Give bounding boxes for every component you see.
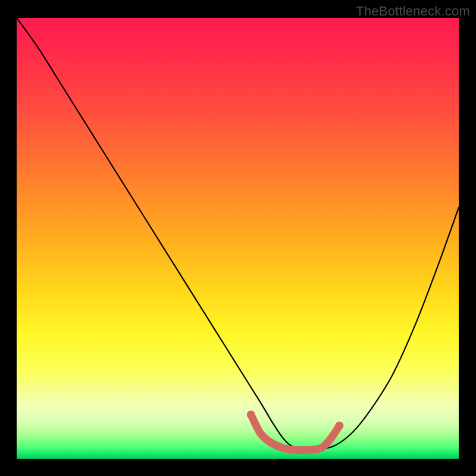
plot-area <box>17 18 459 459</box>
curve-overlay <box>17 18 459 459</box>
attribution-watermark: TheBottleneck.com <box>356 4 470 19</box>
optimal-band-end-dot <box>335 421 343 430</box>
mismatch-curve-black <box>17 18 459 450</box>
chart-frame: TheBottleneck.com <box>0 0 476 476</box>
optimal-band-red <box>251 415 340 450</box>
optimal-band-start-dot <box>247 411 255 419</box>
